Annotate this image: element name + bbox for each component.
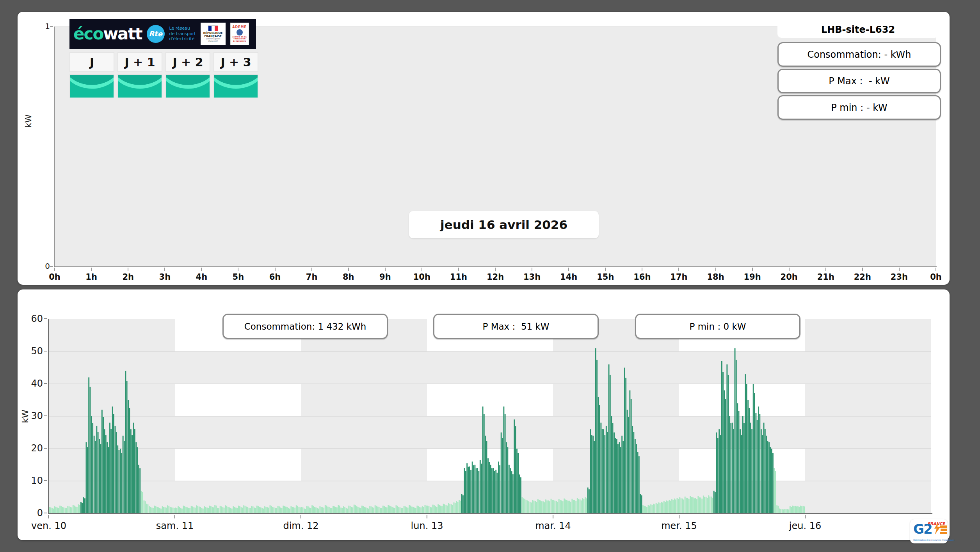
- hour-tick-label: 14h: [551, 272, 586, 282]
- hour-tick-label: 21h: [808, 272, 843, 282]
- day-button-label: J + 2: [165, 52, 210, 72]
- site-title: LHB-site-L632: [777, 21, 939, 38]
- hour-tick-label: 15h: [588, 272, 623, 282]
- stat-pmax-week: P Max : 51 kW: [433, 314, 599, 339]
- hour-tick-label: 5h: [221, 272, 256, 282]
- ademe-subtitle: AGENCE DE LA TRANSITION ÉCOLOGIQUE: [232, 36, 247, 42]
- ecowatt-green-signal-icon: [70, 75, 114, 98]
- day-button-label: J + 1: [117, 52, 162, 72]
- hour-tick-label: 17h: [661, 272, 696, 282]
- day-chart-y-axis-label: kW: [23, 112, 33, 128]
- hour-tick-label: 8h: [331, 272, 366, 282]
- hour-tick-label: 23h: [882, 272, 917, 282]
- week-chart-plot-area: [49, 319, 931, 513]
- y-tick-label: 30: [27, 410, 43, 421]
- day-button-label: J + 3: [213, 52, 258, 72]
- day-button-signal-tile: [69, 74, 114, 98]
- ecowatt-logo-bar: écowatt Rte Le réseaude transportd'élect…: [69, 19, 256, 49]
- stat-pmax-day: P Max : - kW: [777, 69, 941, 93]
- week-chart-y-axis: [48, 319, 49, 513]
- hour-tick-label: 6h: [258, 272, 293, 282]
- stat-pmin-week: P min : 0 kW: [635, 314, 800, 339]
- ecowatt-green-signal-icon: [118, 75, 162, 98]
- day-tick-label: mar. 14: [526, 520, 580, 531]
- day-tick-label: ven. 10: [21, 520, 76, 531]
- forecast-day-buttons: JJ + 1J + 2J + 3: [69, 52, 258, 98]
- day-button-label: J: [69, 52, 114, 72]
- hour-tick-label: 11h: [441, 272, 476, 282]
- ecowatt-green-signal-icon: [214, 75, 258, 98]
- hour-tick-label: 0h: [37, 272, 72, 282]
- hour-tick-label: 22h: [845, 272, 880, 282]
- ecowatt-logo-eco: éco: [73, 24, 103, 43]
- stat-consommation-week: Consommation: 1 432 kWh: [222, 314, 388, 339]
- week-chart-x-axis: [48, 513, 932, 514]
- stat-pmin-day: P min : - kW: [777, 95, 941, 120]
- hour-tick-label: 18h: [698, 272, 733, 282]
- y-tick-label: 0: [38, 261, 50, 271]
- hour-tick-label: 0h: [918, 272, 953, 282]
- day-button-signal-tile: [165, 74, 210, 98]
- selected-date-label: jeudi 16 avril 2026: [409, 211, 599, 238]
- day-tick-label: dim. 12: [274, 520, 328, 531]
- g2e-france-logo: FRANCE G2 Optimisation des ressources én…: [910, 519, 948, 543]
- hour-tick-label: 20h: [772, 272, 807, 282]
- g2e-tagline: Optimisation des ressources énergétiques: [913, 539, 954, 541]
- y-tick-label: 40: [27, 378, 43, 389]
- ademe-logo: ADEME AGENCE DE LA TRANSITION ÉCOLOGIQUE: [230, 23, 249, 45]
- day-button-j-plus-3[interactable]: J + 3: [213, 52, 258, 98]
- dashboard: { "colors": { "page_bg": "#575757", "plo…: [0, 0, 980, 552]
- hour-tick-label: 19h: [735, 272, 770, 282]
- y-tick-label: 10: [27, 475, 43, 486]
- republique-francaise-logo: RÉPUBLIQUE FRANÇAISE Liberté Égalité Fra…: [201, 23, 226, 45]
- g2e-bolt-icon: [932, 522, 948, 536]
- hour-tick-label: 10h: [404, 272, 439, 282]
- y-tick-label: 0: [27, 508, 43, 518]
- rf-motto: Liberté Égalité Fraternité: [202, 38, 224, 42]
- y-tick-label: 60: [27, 313, 43, 324]
- hour-tick-label: 4h: [184, 272, 219, 282]
- hour-tick-label: 7h: [294, 272, 329, 282]
- y-tick-label: 1: [38, 21, 50, 31]
- day-button-j-plus-1[interactable]: J + 1: [117, 52, 162, 98]
- ecowatt-logo-watt: watt: [103, 24, 142, 43]
- hour-tick-label: 9h: [368, 272, 403, 282]
- rte-logo-icon: Rte: [147, 25, 165, 43]
- hour-tick-label: 1h: [74, 272, 109, 282]
- ademe-globe-icon: [237, 29, 243, 35]
- french-flag-icon: [208, 25, 218, 31]
- ademe-title: ADEME: [232, 25, 247, 29]
- day-button-signal-tile: [213, 74, 258, 98]
- day-tick-label: jeu. 16: [778, 520, 832, 531]
- day-button-j-plus-2[interactable]: J + 2: [165, 52, 210, 98]
- stat-consommation-day: Consommation: - kWh: [777, 42, 941, 67]
- hour-tick-label: 12h: [478, 272, 513, 282]
- y-tick-label: 20: [27, 443, 43, 454]
- day-tick-label: mer. 15: [652, 520, 706, 531]
- day-button-j[interactable]: J: [69, 52, 114, 98]
- week-bar-chart: [49, 319, 931, 513]
- day-chart-x-axis: [54, 266, 937, 267]
- day-button-signal-tile: [117, 74, 162, 98]
- g2e-wordmark: G2: [913, 522, 932, 536]
- day-tick-label: sam. 11: [148, 520, 202, 531]
- day-tick-label: lun. 13: [400, 520, 454, 531]
- hour-tick-label: 3h: [147, 272, 182, 282]
- ecowatt-green-signal-icon: [166, 75, 210, 98]
- day-chart-y-axis: [54, 27, 55, 266]
- hour-tick-label: 16h: [624, 272, 660, 282]
- hour-tick-label: 13h: [514, 272, 550, 282]
- ecowatt-logo: écowatt: [73, 26, 142, 42]
- hour-tick-label: 2h: [110, 272, 146, 282]
- y-tick-label: 50: [27, 346, 43, 357]
- rte-tagline: Le réseaude transportd'électricité: [169, 26, 196, 42]
